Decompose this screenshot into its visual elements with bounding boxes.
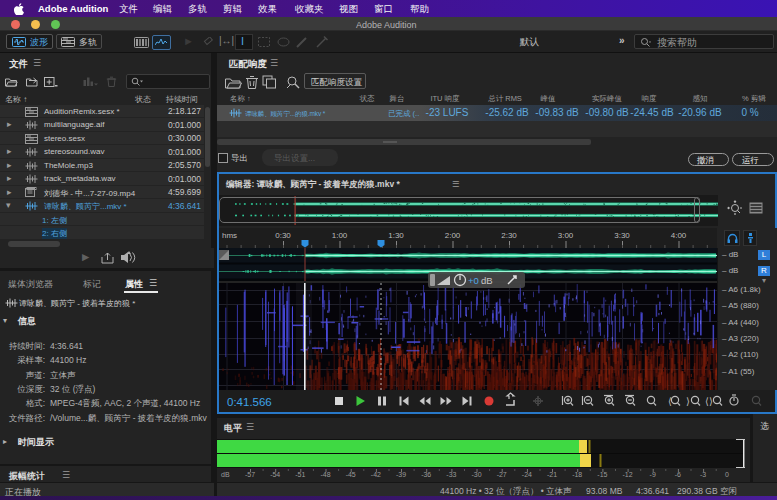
svg-text:-33: -33 <box>446 471 456 478</box>
svg-text:-57: -57 <box>245 471 255 478</box>
svg-text:2:30: 2:30 <box>501 231 517 240</box>
svg-text:-51: -51 <box>295 471 305 478</box>
svg-text:3:00: 3:00 <box>558 231 574 240</box>
svg-text:-18: -18 <box>572 471 582 478</box>
svg-text:1:30: 1:30 <box>388 231 404 240</box>
svg-text:-15: -15 <box>597 471 607 478</box>
svg-text:-42: -42 <box>371 471 381 478</box>
svg-text:⟩: ⟩ <box>686 396 690 407</box>
svg-text:3:30: 3:30 <box>614 231 630 240</box>
svg-text:-12: -12 <box>623 471 633 478</box>
svg-text:⟨⟩: ⟨⟩ <box>705 396 713 407</box>
svg-text:-24: -24 <box>522 471 532 478</box>
svg-text:-45: -45 <box>346 471 356 478</box>
svg-text:0:30: 0:30 <box>275 231 291 240</box>
svg-text:-3: -3 <box>700 471 706 478</box>
svg-text:4:00: 4:00 <box>671 231 687 240</box>
svg-text:-30: -30 <box>471 471 481 478</box>
svg-text:2:00: 2:00 <box>445 231 461 240</box>
svg-text:0: 0 <box>725 471 729 478</box>
svg-text:-21: -21 <box>547 471 557 478</box>
svg-text:-6: -6 <box>675 471 681 478</box>
svg-text:-9: -9 <box>650 471 656 478</box>
svg-text:-27: -27 <box>497 471 507 478</box>
svg-text:1:00: 1:00 <box>332 231 348 240</box>
svg-text:0:41.566: 0:41.566 <box>227 396 272 408</box>
svg-text:dB: dB <box>221 471 230 478</box>
svg-text:-39: -39 <box>396 471 406 478</box>
svg-text:-36: -36 <box>421 471 431 478</box>
svg-text:-48: -48 <box>320 471 330 478</box>
svg-text:hms: hms <box>222 231 237 240</box>
svg-text:-54: -54 <box>270 471 280 478</box>
